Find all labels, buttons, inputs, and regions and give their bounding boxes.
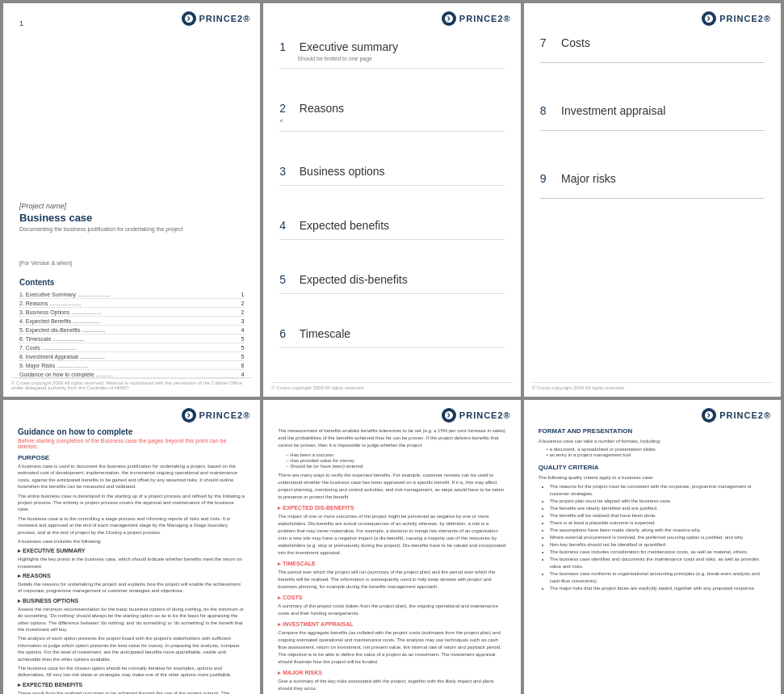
section-1-num: 1 bbox=[279, 40, 296, 53]
footer-p1: © Crown copyright 2009 All rights reserv… bbox=[11, 377, 252, 390]
timescale-heading: ▸ TIMESCALE bbox=[278, 561, 505, 567]
section-5-title: Expected dis-benefits bbox=[300, 273, 408, 286]
quality-criteria-1: The reasons for the project must be cons… bbox=[550, 483, 766, 498]
prince2-logo-p3: PRINCE2® bbox=[702, 11, 771, 26]
contents-item-8: 8. Investment Appraisal ................… bbox=[19, 354, 244, 361]
guidance-exec-content: Highlights the key points in the busines… bbox=[18, 556, 245, 570]
page-4-guidance: PRINCE2® Guidance on how to complete Bef… bbox=[3, 400, 260, 694]
format-bullet-1: • a document, a spreadsheet or presentat… bbox=[547, 447, 766, 452]
guidance-purpose-content: A business case is used to document the … bbox=[18, 463, 245, 490]
page-2-sections: PRINCE2® 1 Executive summary Should be l… bbox=[263, 3, 520, 397]
quality-criteria-9: The business case includes consideration… bbox=[550, 549, 766, 556]
quality-criteria-10: The business case identifies and documen… bbox=[550, 556, 766, 570]
costs-section-7: 7 Costs bbox=[540, 36, 765, 63]
document-title: Business case bbox=[19, 212, 244, 224]
prince2-logo-p1: PRINCE2® bbox=[182, 11, 251, 26]
guidance-subtitle: Before starting completion of the Busine… bbox=[18, 438, 245, 449]
section-5-num: 5 bbox=[279, 273, 296, 286]
section-3-options: 3 Business options bbox=[279, 164, 504, 186]
section-4-benefits: 4 Expected benefits bbox=[279, 218, 504, 240]
contents-heading: Contents bbox=[19, 278, 244, 287]
section-1-title: Executive summary bbox=[300, 40, 398, 53]
prince2-text-p2: PRINCE2® bbox=[459, 14, 511, 23]
prince2-logo-p2: PRINCE2® bbox=[442, 11, 511, 26]
prince2-text-p4: PRINCE2® bbox=[199, 410, 251, 420]
section-4-num: 4 bbox=[279, 219, 296, 232]
quality-heading: QUALITY CRITERIA bbox=[539, 464, 766, 471]
major-risks-content: Give a summary of the key risks associat… bbox=[278, 678, 505, 692]
quality-criteria-2: The project plan must be aligned with th… bbox=[550, 498, 766, 505]
section-1-sub: Should be limited to one page bbox=[297, 56, 504, 61]
page-6-format: PRINCE2® FORMAT AND PRESENTATION A busin… bbox=[524, 400, 781, 694]
quality-criteria-list: The reasons for the project must be cons… bbox=[539, 483, 766, 592]
investment-content: Compare the aggregate benefits (as colla… bbox=[278, 629, 505, 666]
prince2-text-p6: PRINCE2® bbox=[719, 410, 771, 420]
benefit-bullet-2: – Has provided value for money bbox=[286, 458, 505, 463]
section-6-title: Timescale bbox=[300, 327, 350, 340]
guidance-bizoptions-bold: ▸ BUSINESS OPTIONS bbox=[18, 598, 245, 604]
quality-criteria-6: The assumptions have been made clearly, … bbox=[550, 527, 766, 534]
footer-p3: © Crown copyright 2009 All rights reserv… bbox=[532, 382, 773, 390]
quality-criteria-7: Where external procurement is involved, … bbox=[550, 534, 766, 541]
guidance-bizoptions-extra: The analysis of each option presents the… bbox=[18, 635, 245, 662]
guidance-reasons-bold: ▸ REASONS bbox=[18, 573, 245, 579]
benefit-bullet-3: – Should be (or have been) entered bbox=[286, 464, 505, 469]
prince2-circle-p1 bbox=[182, 11, 196, 26]
section-5-disbenefits: 5 Expected dis-benefits bbox=[279, 272, 504, 294]
benefit-bullet-1: – Has been a success bbox=[286, 452, 505, 457]
page-1-cover: PRINCE2® 1 [Project name] Business case … bbox=[3, 3, 260, 397]
guidance-expected-content: These result from the realised outcomes … bbox=[18, 690, 245, 694]
prince2-logo-p5: PRINCE2® bbox=[442, 408, 511, 423]
quality-criteria-4: The benefits will be realised that have … bbox=[550, 512, 766, 519]
expense-para: There are many ways to verify the expect… bbox=[278, 472, 505, 501]
section-7-num: 7 bbox=[540, 36, 558, 49]
contents-item-3: 3. Business Options ...................2 bbox=[19, 309, 244, 317]
investment-heading: ▸ INVESTMENT APPRAISAL bbox=[278, 621, 505, 628]
prince2-circle-p2 bbox=[442, 11, 456, 26]
quality-intro: The following quality criteria apply to … bbox=[539, 474, 766, 482]
guidance-exec-bold: ▸ EXECUTIVE SUMMARY bbox=[18, 548, 245, 554]
format-heading: FORMAT AND PRESENTATION bbox=[539, 427, 766, 435]
section-2-reasons: 2 Reasons < bbox=[279, 101, 504, 132]
quality-criteria-3: The benefits are clearly identified and … bbox=[550, 505, 766, 512]
prince2-text-p3: PRINCE2® bbox=[719, 14, 771, 23]
section-9-title: Major risks bbox=[561, 172, 616, 185]
timescale-content: The period over which the project will r… bbox=[278, 569, 505, 591]
costs-heading-p5: ▸ COSTS bbox=[278, 595, 505, 601]
prince2-circle-p5 bbox=[442, 408, 456, 423]
section-2-title: Reasons bbox=[300, 102, 344, 115]
section-4-title: Expected benefits bbox=[300, 219, 389, 232]
section-8-num: 8 bbox=[540, 104, 558, 117]
contents-item-6: 6. Timescale ....................5 bbox=[19, 336, 244, 343]
costs-section-9: 9 Major risks bbox=[540, 171, 765, 199]
guidance-purpose-heading: PURPOSE bbox=[18, 454, 245, 461]
guidance-bizoptions-content: Assess the minimum recommendation for th… bbox=[18, 606, 245, 633]
dis-benefits-content: The impact of one or more outcomes of th… bbox=[278, 513, 505, 557]
quality-criteria-12: The major risks that the project faces a… bbox=[550, 585, 766, 592]
quality-criteria-8: Non-key benefits should not be identifie… bbox=[550, 541, 766, 549]
quality-criteria-11: The business case conforms to organisati… bbox=[550, 570, 766, 585]
section-7-title: Costs bbox=[561, 36, 590, 49]
format-bullet-2: • an entry in a project management tool bbox=[547, 452, 766, 457]
guidance-para-4: A business case includes the following: bbox=[18, 538, 245, 545]
format-intro: A business case can take a number of for… bbox=[539, 438, 766, 445]
contents-item-4: 4. Expected Benefits .................3 bbox=[19, 318, 244, 326]
prince2-text-p1: PRINCE2® bbox=[199, 14, 251, 23]
section-6-timescale: 6 Timescale bbox=[279, 326, 504, 348]
section-3-num: 3 bbox=[279, 165, 296, 178]
contents-item-1: 1. Executive Summary ...................… bbox=[19, 292, 244, 299]
project-name: [Project name] bbox=[19, 202, 244, 210]
quality-criteria-5: There is at least a plausible outcome is… bbox=[550, 519, 766, 527]
contents-item-9: 9. Major Risks ....................6 bbox=[19, 363, 244, 370]
dis-benefits-heading: ▸ EXPECTED DIS-BENEFITS bbox=[278, 505, 505, 511]
section-3-title: Business options bbox=[300, 165, 385, 178]
guidance-title: Guidance on how to complete bbox=[18, 427, 245, 436]
pages-grid: PRINCE2® 1 [Project name] Business case … bbox=[0, 0, 784, 694]
guidance-expected-bold: ▸ EXPECTED BENEFITS bbox=[18, 682, 245, 688]
contents-item-7: 7. Costs ......................5 bbox=[19, 345, 244, 352]
prince2-circle-p4 bbox=[182, 408, 196, 423]
document-subtitle: Documenting the business justification f… bbox=[19, 226, 244, 232]
reason-arrow: < bbox=[279, 117, 504, 124]
version-label: [For Version & when] bbox=[19, 260, 244, 266]
prince2-logo-p6: PRINCE2® bbox=[702, 408, 771, 423]
